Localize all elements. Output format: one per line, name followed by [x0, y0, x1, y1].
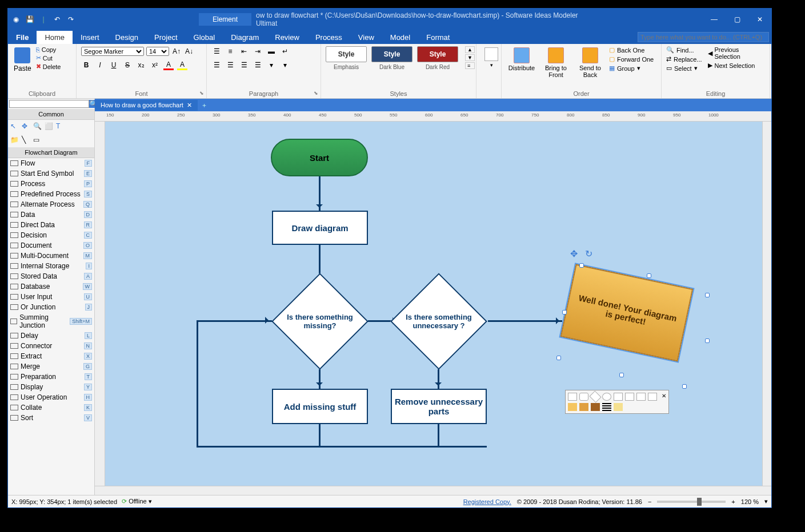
toolbox-item-display[interactable]: DisplayY [8, 382, 94, 392]
ctx-document-icon[interactable] [636, 393, 646, 401]
toolbox-item-user-operation[interactable]: User OperationH [8, 392, 94, 402]
valign-button[interactable]: ▾ [266, 60, 277, 70]
style-scroll-down[interactable]: ▼ [465, 54, 475, 61]
sel-handle-br[interactable] [682, 384, 687, 389]
move-handle-icon[interactable]: ✥ [570, 248, 578, 259]
line-tool-icon[interactable]: ╲ [22, 136, 31, 145]
italic-button[interactable]: I [95, 60, 105, 70]
numbering-button[interactable]: ≡ [225, 46, 235, 57]
ctx-ellipse-icon[interactable] [602, 393, 611, 401]
sel-handle-tm[interactable] [647, 273, 651, 278]
menu-review[interactable]: Review [267, 31, 307, 44]
arrow-unnecessary-to-remove[interactable] [438, 369, 439, 389]
ctx-color-1[interactable] [568, 403, 577, 411]
sticky-note[interactable]: Well done! Your diagram is perfect! [560, 264, 693, 362]
container-tool-icon[interactable]: ▭ [33, 136, 42, 145]
toolbox-item-extract[interactable]: ExtractX [8, 351, 94, 361]
zoom-level[interactable]: 120 % [741, 498, 759, 505]
toolbox-item-document[interactable]: DocumentO [8, 240, 94, 251]
align-right-button[interactable]: ☰ [239, 60, 249, 70]
toolbox-flowchart-header[interactable]: Flowchart Diagram [8, 147, 94, 158]
toolbox-item-summing-junction[interactable]: Summing JunctionShift+M [8, 312, 94, 331]
loop-arrow-2[interactable] [197, 320, 198, 447]
close-button[interactable]: ✕ [748, 11, 771, 28]
sel-handle-bl[interactable] [556, 356, 561, 360]
toolbox-item-alternate-process[interactable]: Alternate ProcessQ [8, 199, 94, 209]
loop-arrow-4[interactable] [319, 424, 321, 447]
toolbox-item-internal-storage[interactable]: Internal StorageI [8, 261, 94, 271]
align-split-button[interactable]: ▾ [481, 46, 502, 69]
text-tool-icon[interactable]: T [56, 122, 65, 131]
toolbox-item-multi-document[interactable]: Multi-DocumentM [8, 251, 94, 261]
help-search-input[interactable] [638, 32, 769, 42]
ctx-parallelogram-icon[interactable] [614, 393, 623, 401]
style-emphasis[interactable]: StyleEmphasis [326, 46, 367, 70]
toolbox-item-user-input[interactable]: User InputU [8, 292, 94, 302]
style-scroll-up[interactable]: ▲ [465, 46, 475, 53]
missing-decision-node[interactable]: Is there something missing? [271, 273, 369, 370]
zoom-in-button[interactable]: + [731, 498, 735, 505]
toolbox-item-process[interactable]: ProcessP [8, 179, 94, 189]
font-family-select[interactable]: Segoe Marker [81, 47, 144, 56]
toolbox-item-predefined-process[interactable]: Predefined ProcessS [8, 189, 94, 199]
unnecessary-decision-node[interactable]: Is there something unnecessary ? [390, 273, 487, 370]
new-tab-button[interactable]: ＋ [198, 101, 211, 110]
indent-button[interactable]: ⇥ [253, 46, 263, 57]
font-size-select[interactable]: 14 [146, 47, 169, 56]
sel-handle-mr[interactable] [705, 338, 710, 343]
send-back-button[interactable]: Send to Back [575, 46, 606, 79]
arrow-missing-to-add[interactable] [319, 369, 321, 389]
horizontal-scrollbar[interactable] [95, 486, 771, 495]
toolbox-common-header[interactable]: Common [8, 109, 94, 120]
prev-selection-button[interactable]: ◀Previous Selection [708, 46, 765, 60]
forward-one-button[interactable]: ▢Forward One [609, 55, 654, 63]
arrow-start-to-draw[interactable] [319, 176, 321, 211]
menu-model[interactable]: Model [382, 31, 418, 44]
menu-format[interactable]: Format [418, 31, 458, 44]
back-one-button[interactable]: ▢Back One [609, 46, 654, 54]
ctx-color-4[interactable] [614, 403, 623, 411]
menu-view[interactable]: View [350, 31, 382, 44]
ctx-pattern[interactable] [602, 403, 611, 411]
add-missing-node[interactable]: Add missing stuff [272, 389, 368, 424]
arrow-to-done[interactable] [488, 320, 562, 322]
toolbox-search-input[interactable] [9, 100, 89, 108]
font-color-button[interactable]: A [163, 60, 174, 70]
subscript-button[interactable]: x₂ [136, 60, 146, 70]
menu-project[interactable]: Project [146, 31, 185, 44]
draw-diagram-node[interactable]: Draw diagram [272, 211, 368, 245]
strike-button[interactable]: S [122, 60, 133, 70]
menu-process[interactable]: Process [307, 31, 350, 44]
cut-button[interactable]: ✂Cut [36, 54, 61, 62]
select-button[interactable]: ▭Select ▾ [666, 65, 702, 72]
menu-home[interactable]: Home [37, 31, 73, 44]
qat-redo-icon[interactable]: ↷ [66, 15, 75, 24]
menu-global[interactable]: Global [186, 31, 223, 44]
toolbox-item-start-end-symbol[interactable]: Start End SymbolE [8, 168, 94, 179]
ctx-close-icon[interactable]: ✕ [662, 393, 666, 401]
paragraph-expand-icon[interactable]: ⬊ [314, 90, 318, 96]
group-button[interactable]: ▦Group ▾ [609, 65, 654, 72]
toolbox-item-or-junction[interactable]: Or JunctionJ [8, 302, 94, 312]
status-offline[interactable]: ⟳ Offline ▾ [122, 498, 152, 505]
find-button[interactable]: 🔍Find... [666, 46, 702, 54]
highlight-button[interactable]: A [177, 60, 187, 70]
columns-button[interactable]: ▬ [266, 46, 277, 57]
toolbox-item-sort[interactable]: SortV [8, 413, 94, 423]
ctx-diamond-icon[interactable] [589, 390, 601, 402]
replace-button[interactable]: ⇄Replace... [666, 55, 702, 63]
folder-tool-icon[interactable]: 📁 [10, 136, 19, 145]
pan-tool-icon[interactable]: ⬜ [45, 122, 54, 131]
ctx-rect-icon[interactable] [568, 393, 577, 401]
loop-arrow-5[interactable] [438, 424, 439, 447]
align-center-button[interactable]: ☰ [225, 60, 235, 70]
maximize-button[interactable]: ▢ [726, 11, 748, 28]
bullets-button[interactable]: ☰ [211, 46, 222, 57]
toolbox-item-preparation[interactable]: PreparationT [8, 372, 94, 382]
registered-link[interactable]: Registered Copy. [463, 498, 511, 505]
align-left-button[interactable]: ☰ [211, 60, 222, 70]
paste-button[interactable]: Paste [13, 46, 33, 74]
superscript-button[interactable]: x² [150, 60, 160, 70]
toolbox-item-stored-data[interactable]: Stored DataA [8, 271, 94, 281]
wrap-button[interactable]: ↵ [280, 46, 290, 57]
